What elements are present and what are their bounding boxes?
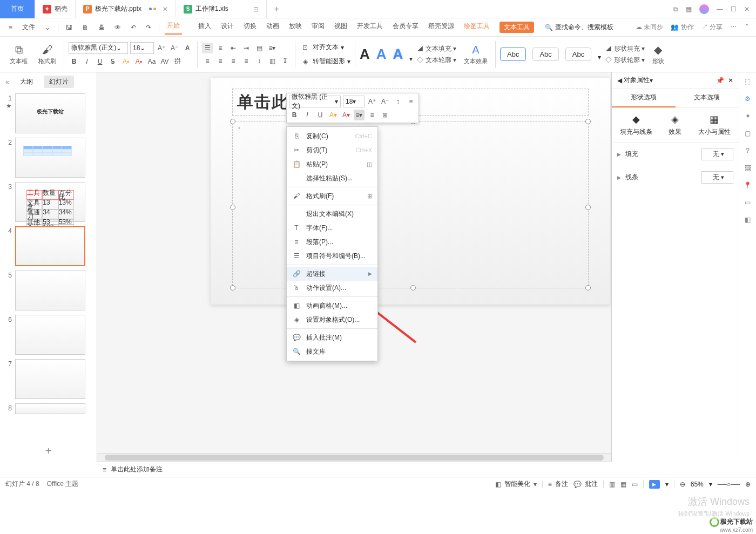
subtab-effect[interactable]: ◈效果 xyxy=(669,113,681,137)
menu-transition[interactable]: 切换 xyxy=(244,22,256,33)
align-justify-button[interactable]: ≡ xyxy=(241,56,252,66)
italic-button[interactable]: I xyxy=(82,56,92,67)
tab-home[interactable]: 首页 xyxy=(0,0,35,18)
share-button[interactable]: ↗ 分享 xyxy=(701,23,723,32)
minimize-button[interactable]: — xyxy=(717,5,723,13)
thumb-1[interactable]: 极光下载站 xyxy=(15,93,85,133)
strike-button[interactable]: S̶ xyxy=(107,56,118,67)
close-icon[interactable]: ✕ xyxy=(163,5,168,13)
mini-underline[interactable]: U xyxy=(315,110,326,120)
tool-select-icon[interactable]: ⬚ xyxy=(745,78,751,85)
align-left-button[interactable]: ≡ xyxy=(202,56,213,66)
collapse-panel-icon[interactable]: « xyxy=(5,78,9,86)
thumb-6[interactable] xyxy=(15,315,85,355)
menu-design[interactable]: 设计 xyxy=(221,22,234,33)
font-color-button[interactable]: A▪ xyxy=(133,56,144,67)
spacing-button[interactable]: AV xyxy=(159,56,170,67)
mini-align[interactable]: ≡▾ xyxy=(354,110,364,120)
more-icon[interactable]: ⋯ xyxy=(730,23,737,32)
maximize-button[interactable]: ☐ xyxy=(731,5,737,13)
zoom-out-icon[interactable]: ⊖ xyxy=(680,481,685,488)
indent-dec-button[interactable]: ⇤ xyxy=(228,43,239,53)
slide-body-placeholder[interactable]: • xyxy=(232,121,589,288)
menu-draw-tools[interactable]: 绘图工具 xyxy=(464,22,490,33)
columns-button[interactable]: ▥ xyxy=(267,56,278,66)
text-style-a1[interactable]: A xyxy=(360,46,370,63)
file-menu[interactable]: 文件 xyxy=(20,22,37,33)
tab-ppt[interactable]: P极光下载站.pptx✕ xyxy=(76,0,176,18)
save-as-icon[interactable]: 🗎 xyxy=(80,23,91,32)
command-search[interactable]: 🔍 查找命令、搜索模板 xyxy=(545,23,613,32)
bullets-button[interactable]: ☰ xyxy=(202,43,213,53)
shape-style-3[interactable]: Abc xyxy=(565,48,591,61)
thumb-7[interactable] xyxy=(15,359,85,399)
view-reading-icon[interactable]: ▭ xyxy=(632,481,638,488)
ctx-paragraph[interactable]: ≡段落(P)... xyxy=(287,235,377,249)
fill-combo[interactable]: 无 ▾ xyxy=(701,148,733,160)
menu-vip[interactable]: 会员专享 xyxy=(393,22,418,33)
sync-status[interactable]: ☁ 未同步 xyxy=(636,23,663,32)
font-combo[interactable]: 微软雅黑 (正文) ⌄ xyxy=(69,42,128,54)
fill-row[interactable]: ▶填充无 ▾ xyxy=(612,143,739,166)
tab-daoker[interactable]: ✦稻壳 xyxy=(35,0,76,18)
menu-review[interactable]: 审阅 xyxy=(312,22,325,33)
pin-icon[interactable]: 📌 xyxy=(716,77,724,84)
print-icon[interactable]: 🖶 xyxy=(96,23,107,32)
close-panel-icon[interactable]: ✕ xyxy=(728,77,733,84)
ctx-format[interactable]: ◈设置对象格式(O)... xyxy=(287,313,377,327)
menu-text-tools[interactable]: 文本工具 xyxy=(500,22,534,33)
comments-toggle[interactable]: 💬 批注 xyxy=(573,479,598,489)
highlight-button[interactable]: A▪ xyxy=(120,56,131,67)
chevron-down-icon[interactable]: ⌄ xyxy=(43,23,52,32)
menu-slideshow[interactable]: 放映 xyxy=(289,22,302,33)
thumb-3[interactable]: 工具数量百分比文具盒1313%笔通刀3434%其他5353%合计100 xyxy=(15,182,85,222)
ctx-anim[interactable]: ◧动画窗格(M)... xyxy=(287,299,377,313)
line-row[interactable]: ▶线条无 ▾ xyxy=(612,166,739,189)
shape-outline-button[interactable]: ◇ 形状轮廓 ▾ xyxy=(605,56,645,65)
shape-style-gallery[interactable]: Abc Abc Abc ▾ xyxy=(500,48,601,61)
close-button[interactable]: ✕ xyxy=(744,5,750,13)
indent-inc-button[interactable]: ⇥ xyxy=(241,43,252,53)
tab-slides[interactable]: 幻灯片 xyxy=(44,76,74,88)
align-center-button[interactable]: ≡ xyxy=(215,56,226,66)
text-style-gallery[interactable]: A A A ▾ xyxy=(360,46,413,63)
horizontal-scrollbar[interactable] xyxy=(97,453,611,462)
shape-fill-button[interactable]: ◢ 形状填充 ▾ xyxy=(605,44,645,53)
view-normal-icon[interactable]: ▥ xyxy=(609,481,615,488)
menu-resources[interactable]: 稻壳资源 xyxy=(428,22,454,33)
tool-image-icon[interactable]: 🖼 xyxy=(745,164,751,172)
underline-button[interactable]: U xyxy=(94,56,105,67)
bold-button[interactable]: B xyxy=(69,56,79,67)
tool-cube-icon[interactable]: ◧ xyxy=(745,216,751,224)
save-icon[interactable]: 🖫 xyxy=(64,23,75,32)
ctx-bullets[interactable]: ☰项目符号和编号(B)... xyxy=(287,249,377,263)
mini-grow-icon[interactable]: A⁺ xyxy=(367,96,377,107)
shape-more-group[interactable]: ◆形状 xyxy=(649,43,667,65)
menu-start[interactable]: 开始 xyxy=(165,20,182,35)
mini-linespace-icon[interactable]: ↕ xyxy=(393,96,403,107)
window-mode-icon[interactable]: ⧉ xyxy=(673,5,678,13)
mini-shrink-icon[interactable]: A⁻ xyxy=(380,96,390,107)
align-dropdown[interactable]: ≡▾ xyxy=(267,43,278,53)
tool-pin-icon[interactable]: 📍 xyxy=(744,181,752,189)
thumb-4[interactable] xyxy=(15,226,85,266)
collapse-ribbon-icon[interactable]: ⌃ xyxy=(744,23,750,32)
play-button[interactable]: ▶ xyxy=(649,480,660,489)
ctx-brush[interactable]: 🖌格式刷(F)⊞ xyxy=(287,189,377,203)
ctx-paste-special[interactable]: 选择性粘贴(S)... xyxy=(287,171,377,185)
mini-more[interactable]: ⊞ xyxy=(380,110,390,120)
size-combo[interactable]: 18 ⌄ xyxy=(130,42,154,54)
menu-animation[interactable]: 动画 xyxy=(266,22,279,33)
text-style-a3[interactable]: A xyxy=(393,46,403,63)
mini-size-combo[interactable]: 18▾ xyxy=(343,96,364,107)
shape-style-2[interactable]: Abc xyxy=(532,48,558,61)
notes-bar[interactable]: ≡单击此处添加备注 xyxy=(97,462,611,477)
tab-text-options[interactable]: 文本选项 xyxy=(676,89,739,107)
grow-font-icon[interactable]: A⁺ xyxy=(156,43,167,53)
subtab-fill-line[interactable]: ◆填充与线条 xyxy=(620,113,652,137)
menu-insert[interactable]: 插入 xyxy=(198,22,211,33)
thumb-2[interactable] xyxy=(15,138,85,178)
tool-layers-icon[interactable]: ▢ xyxy=(745,130,751,137)
menu-icon[interactable]: ≡ xyxy=(6,23,15,32)
mini-color[interactable]: A▾ xyxy=(341,110,352,120)
